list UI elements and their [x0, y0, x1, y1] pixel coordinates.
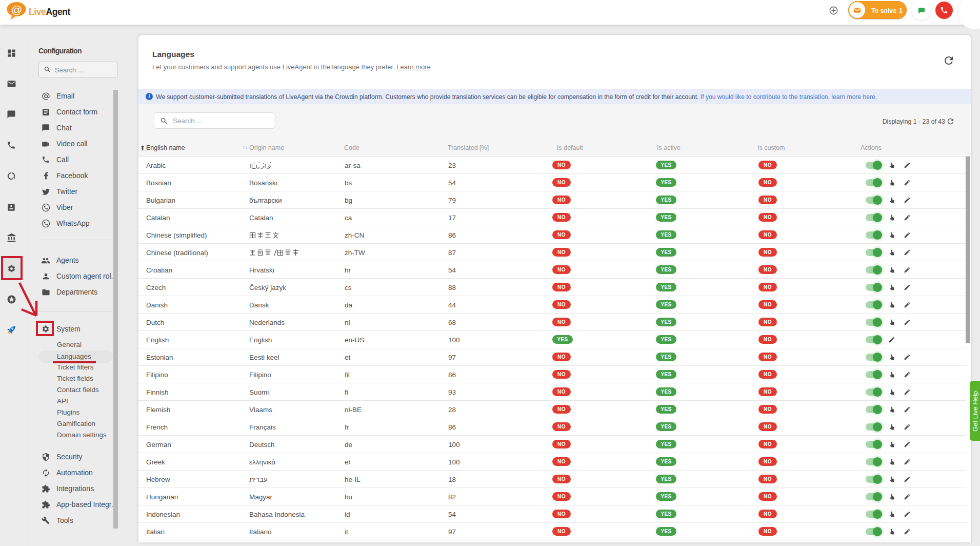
- svg-text:@: @: [11, 4, 22, 15]
